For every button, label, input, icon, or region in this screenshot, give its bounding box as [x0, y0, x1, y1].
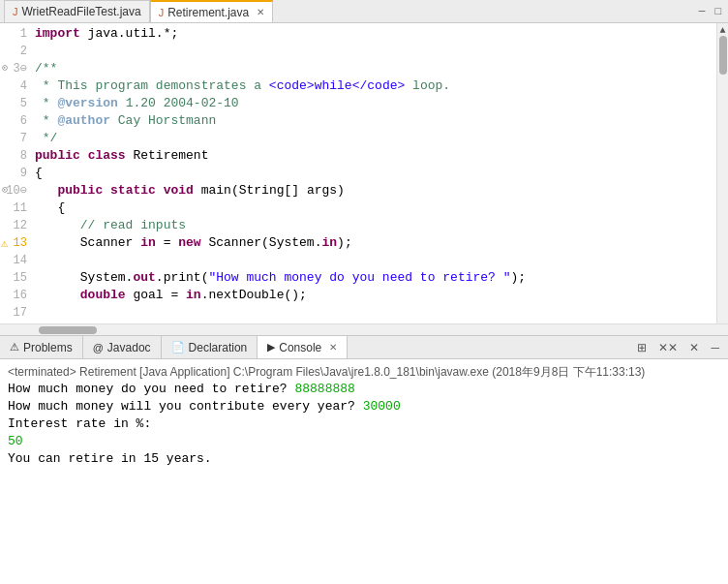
code-line-5: 5 * @version 1.20 2004-02-10	[0, 95, 716, 112]
line-content-9: {	[35, 165, 716, 182]
line-content-5: * @version 1.20 2004-02-10	[35, 95, 716, 112]
code-container: 1 import java.util.*; 2 3⊖ /** 4 * This …	[0, 23, 716, 323]
minimize-button[interactable]: ─	[696, 5, 709, 18]
tab-label-1: WrietReadFileTest.java	[22, 5, 141, 18]
console-text-3: Interest rate in %:	[8, 416, 151, 431]
code-line-13: ⚠13 Scanner in = new Scanner(System.in);	[0, 234, 716, 252]
java-icon-2: J	[159, 7, 165, 18]
line-content-11: {	[35, 200, 716, 217]
code-line-12: 12 // read inputs	[0, 217, 716, 234]
code-line-8: 8 public class Retirement	[0, 147, 716, 165]
panel-tab-bar: ⚠ Problems @ Javadoc 📄 Declaration ▶ Con…	[0, 336, 728, 359]
line-num-7: 7	[0, 130, 35, 147]
panel-controls: ⊞ ✕✕ ✕ ─	[632, 339, 728, 356]
panel-close-button[interactable]: ✕	[684, 339, 704, 356]
line-num-13: ⚠13	[0, 234, 35, 252]
vertical-scrollbar[interactable]: ▲	[716, 23, 728, 323]
line-content-1: import java.util.*;	[35, 25, 716, 43]
tab-problems-label: Problems	[23, 341, 73, 354]
code-line-14: 14	[0, 252, 716, 269]
code-line-6: 6 * @author Cay Horstmann	[0, 112, 716, 130]
line-num-2: 2	[0, 43, 35, 60]
line-num-6: 6	[0, 112, 35, 130]
code-line-17: 17	[0, 304, 716, 322]
console-line-1: How much money do you need to retire? 88…	[8, 381, 720, 398]
line-num-4: 4	[0, 77, 35, 95]
line-num-5: 5	[0, 95, 35, 112]
code-line-15: 15 System.out.print("How much money do y…	[0, 269, 716, 287]
editor-tab-bar: J WrietReadFileTest.java J Retirement.ja…	[0, 0, 728, 23]
code-line-18: 18 System.out.print("How much money will…	[0, 322, 716, 323]
panel-close-all-button[interactable]: ✕✕	[653, 339, 682, 356]
warning-icon: ⚠	[1, 235, 8, 253]
line-num-17: 17	[0, 304, 35, 322]
tab-console[interactable]: ▶ Console ✕	[258, 336, 348, 358]
line-num-14: 14	[0, 252, 35, 269]
scroll-thumb-v[interactable]	[719, 36, 727, 75]
tab-problems[interactable]: ⚠ Problems	[0, 336, 83, 358]
line-num-18: 18	[0, 322, 35, 323]
horizontal-scrollbar[interactable]	[0, 323, 728, 335]
console-tab-close[interactable]: ✕	[329, 342, 337, 353]
console-line-3: Interest rate in %:	[8, 415, 720, 433]
line-num-10: 10⊖	[0, 182, 35, 200]
code-scroll-area[interactable]: 1 import java.util.*; 2 3⊖ /** 4 * This …	[0, 23, 716, 323]
bottom-panel: ⚠ Problems @ Javadoc 📄 Declaration ▶ Con…	[0, 335, 728, 584]
code-line-7: 7 */	[0, 130, 716, 147]
line-num-9: 9	[0, 165, 35, 182]
java-icon-1: J	[13, 6, 18, 17]
line-content-3: /**	[35, 60, 716, 77]
tab-wrietreadfiletest[interactable]: J WrietReadFileTest.java	[4, 0, 150, 22]
line-num-11: 11	[0, 200, 35, 217]
tab-declaration-label: Declaration	[189, 341, 248, 354]
line-num-3: 3⊖	[0, 60, 35, 77]
code-line-2: 2	[0, 43, 716, 60]
line-num-1: 1	[0, 25, 35, 43]
editor-tabs: J WrietReadFileTest.java J Retirement.ja…	[4, 0, 273, 22]
tab-bar-controls: ─ □	[696, 5, 728, 18]
line-num-12: 12	[0, 217, 35, 234]
tab-retirement[interactable]: J Retirement.java ✕	[150, 0, 274, 22]
console-line-4: 50	[8, 433, 720, 450]
line-content-6: * @author Cay Horstmann	[35, 112, 716, 130]
code-line-1: 1 import java.util.*;	[0, 25, 716, 43]
console-line-5: You can retire in 15 years.	[8, 450, 720, 468]
line-content-4: * This program demonstrates a <code>whil…	[35, 77, 716, 95]
code-line-10: 10⊖ public static void main(String[] arg…	[0, 182, 716, 200]
console-input-3: 50	[8, 434, 23, 448]
code-line-4: 4 * This program demonstrates a <code>wh…	[0, 77, 716, 95]
line-content-18: System.out.print("How much money will yo…	[35, 322, 716, 323]
maximize-button[interactable]: □	[712, 5, 724, 18]
line-content-8: public class Retirement	[35, 147, 716, 165]
problems-icon: ⚠	[10, 341, 19, 353]
code-line-3: 3⊖ /**	[0, 60, 716, 77]
console-input-1: 88888888	[294, 382, 354, 396]
kw: import	[35, 26, 80, 41]
editor-area: 1 import java.util.*; 2 3⊖ /** 4 * This …	[0, 23, 728, 323]
panel-minimize-button[interactable]: ─	[706, 339, 724, 356]
tab-javadoc-label: Javadoc	[107, 341, 151, 354]
panel-layout-button[interactable]: ⊞	[632, 339, 652, 356]
declaration-icon: 📄	[171, 341, 185, 353]
line-content-7: */	[35, 130, 716, 147]
console-prompt-1: How much money do you need to retire?	[8, 382, 294, 396]
tab-console-label: Console	[279, 341, 321, 354]
tab-label-2: Retirement.java	[167, 6, 249, 19]
console-line-2: How much money will you contribute every…	[8, 398, 720, 415]
tab-close-button[interactable]: ✕	[257, 7, 264, 17]
console-text-5: You can retire in 15 years.	[8, 451, 212, 466]
code-line-11: 11 {	[0, 200, 716, 217]
panel-tabs: ⚠ Problems @ Javadoc 📄 Declaration ▶ Con…	[0, 336, 348, 358]
console-prompt-2: How much money will you contribute every…	[8, 399, 363, 414]
line-content-12: // read inputs	[35, 217, 716, 234]
javadoc-icon: @	[93, 342, 104, 353]
scroll-up-arrow[interactable]: ▲	[719, 25, 725, 36]
tab-javadoc[interactable]: @ Javadoc	[83, 336, 162, 358]
line-content-15: System.out.print("How much money do you …	[35, 269, 716, 287]
scroll-thumb-h[interactable]	[39, 326, 97, 334]
tab-declaration[interactable]: 📄 Declaration	[162, 336, 258, 358]
line-content-10: public static void main(String[] args)	[35, 182, 716, 200]
console-content: <terminated> Retirement [Java Applicatio…	[0, 359, 728, 584]
console-icon: ▶	[267, 341, 275, 353]
code-line-9: 9 {	[0, 165, 716, 182]
